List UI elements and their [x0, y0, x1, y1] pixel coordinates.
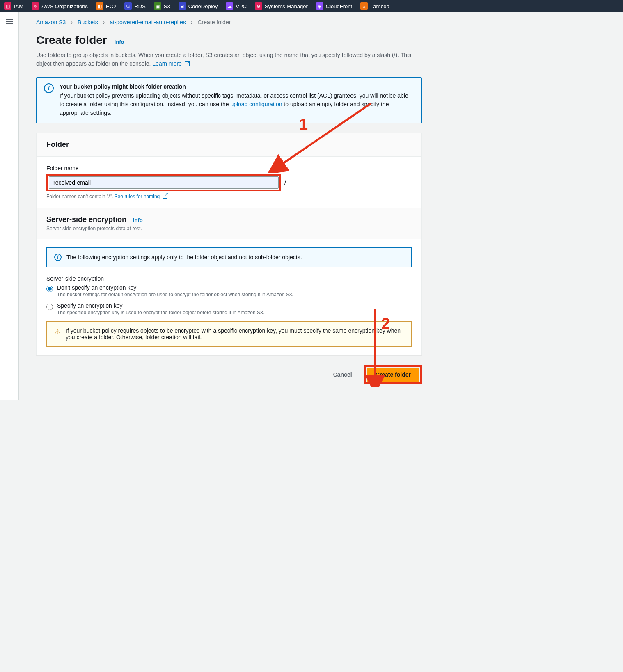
hamburger-icon: [6, 18, 13, 400]
info-link[interactable]: Info: [115, 39, 124, 45]
breadcrumb-s3[interactable]: Amazon S3: [36, 19, 66, 25]
iam-icon: ◫: [4, 2, 11, 10]
slash-suffix: /: [284, 179, 286, 186]
encryption-group-label: Server-side encryption: [46, 275, 412, 282]
warning-icon: ⚠: [54, 327, 61, 341]
rds-icon: ⛁: [124, 2, 132, 10]
orgs-icon: ⚛: [32, 2, 39, 10]
learn-more-link[interactable]: Learn more: [152, 60, 189, 67]
radio-no-key-desc: The bucket settings for default encrypti…: [57, 292, 293, 297]
svg-line-1: [281, 103, 371, 165]
nav-cloudfront[interactable]: ◉CloudFront: [312, 0, 356, 12]
sidebar-toggle[interactable]: [0, 12, 19, 400]
encryption-warning: ⚠ If your bucket policy requires objects…: [46, 321, 412, 347]
lambda-icon: λ: [360, 2, 368, 10]
nav-iam[interactable]: ◫IAM: [0, 0, 27, 12]
folder-name-input[interactable]: [49, 176, 279, 189]
cancel-button[interactable]: Cancel: [327, 368, 359, 381]
ec2-icon: ◧: [96, 2, 103, 10]
folder-heading: Folder: [46, 140, 69, 149]
encryption-heading: Server-side encryption: [46, 215, 126, 224]
radio-specify-label: Specify an encryption key: [57, 302, 264, 309]
breadcrumb-bucket-name[interactable]: ai-powered-email-auto-replies: [110, 19, 186, 25]
annotation-arrow-2: [363, 305, 387, 387]
nav-ssm[interactable]: ⚙Systems Manager: [251, 0, 312, 12]
nav-vpc[interactable]: ☁VPC: [222, 0, 251, 12]
nav-rds[interactable]: ⛁RDS: [120, 0, 149, 12]
chevron-icon: ›: [191, 19, 193, 25]
codedeploy-icon: ⊞: [179, 2, 186, 10]
vpc-icon: ☁: [226, 2, 233, 10]
nav-ec2[interactable]: ◧EC2: [92, 0, 120, 12]
radio-specify-key[interactable]: [46, 304, 53, 310]
nav-orgs[interactable]: ⚛AWS Organizations: [27, 0, 92, 12]
folder-panel: Folder Folder name / Folder names can't …: [36, 133, 422, 355]
info-icon: i: [54, 254, 62, 261]
naming-rules-link[interactable]: See rules for naming: [115, 194, 167, 199]
annotation-arrow-1: [264, 99, 379, 173]
nav-s3[interactable]: ▣S3: [150, 0, 174, 12]
page-title: Create folder: [36, 34, 107, 47]
external-link-icon: [185, 61, 190, 66]
s3-icon: ▣: [154, 2, 161, 10]
radio-specify-desc: The specified encryption key is used to …: [57, 310, 264, 315]
breadcrumb: Amazon S3 › Buckets › ai-powered-email-a…: [36, 19, 422, 25]
encryption-info-link[interactable]: Info: [133, 217, 143, 223]
top-nav: ◫IAM ⚛AWS Organizations ◧EC2 ⛁RDS ▣S3 ⊞C…: [0, 0, 623, 12]
ssm-icon: ⚙: [255, 2, 262, 10]
breadcrumb-current: Create folder: [197, 19, 231, 25]
radio-no-key-label: Don't specify an encryption key: [57, 284, 293, 291]
radio-no-key[interactable]: [46, 286, 53, 292]
chevron-icon: ›: [71, 19, 73, 25]
encryption-sub: Server-side encryption protects data at …: [46, 226, 412, 231]
alert-title: Your bucket policy might block folder cr…: [60, 83, 414, 90]
info-icon: i: [44, 83, 54, 93]
nav-codedeploy[interactable]: ⊞CodeDeploy: [174, 0, 222, 12]
nav-lambda[interactable]: λLambda: [356, 0, 394, 12]
encryption-scope-alert: i The following encryption settings appl…: [46, 247, 412, 267]
breadcrumb-buckets[interactable]: Buckets: [78, 19, 98, 25]
chevron-icon: ›: [103, 19, 105, 25]
annotation-highlight-1: [46, 174, 281, 191]
external-link-icon: [163, 194, 167, 199]
cloudfront-icon: ◉: [316, 2, 323, 10]
folder-name-hint: Folder names can't contain "/". See rule…: [46, 194, 412, 199]
page-description: Use folders to group objects in buckets.…: [36, 51, 422, 68]
